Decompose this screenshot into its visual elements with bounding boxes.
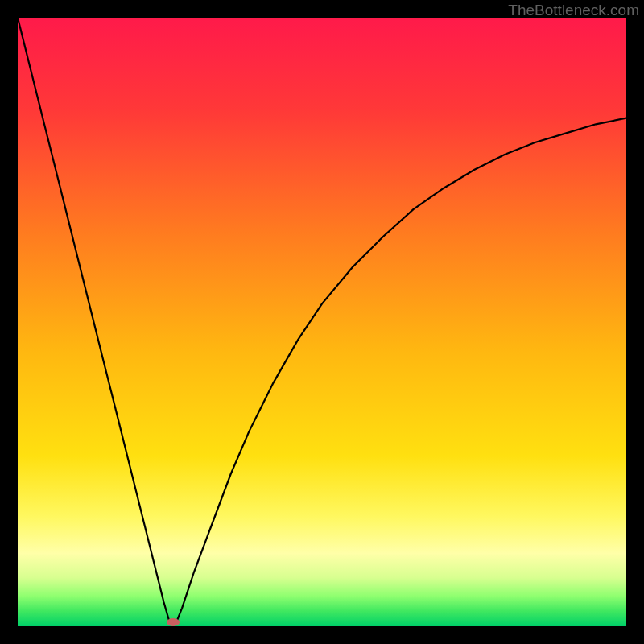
watermark-text: TheBottleneck.com	[508, 2, 639, 19]
plot-area	[18, 18, 626, 626]
bottleneck-curve	[18, 18, 626, 626]
optimum-marker	[167, 618, 180, 626]
